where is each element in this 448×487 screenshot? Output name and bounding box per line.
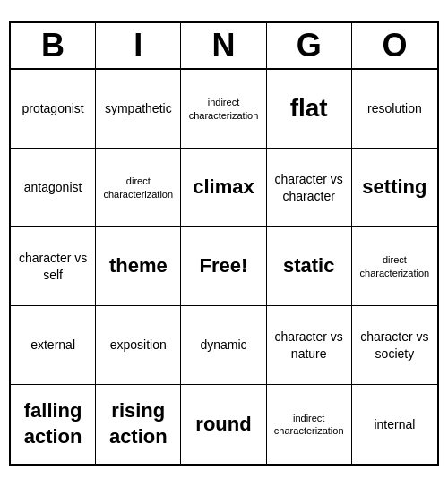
cell-text-21: rising action <box>99 398 177 449</box>
cell-text-15: external <box>30 337 75 353</box>
cell-text-11: theme <box>109 253 168 279</box>
bingo-cell-11: theme <box>96 227 181 306</box>
cell-text-24: internal <box>374 416 415 432</box>
bingo-cell-7: climax <box>181 149 266 227</box>
cell-text-18: character vs nature <box>271 329 348 361</box>
bingo-cell-14: direct characterization <box>352 227 437 306</box>
cell-text-7: climax <box>193 175 254 201</box>
bingo-cell-20: falling action <box>11 385 96 464</box>
cell-text-9: setting <box>362 175 426 201</box>
header-letter-o: O <box>352 23 437 68</box>
cell-text-22: round <box>195 412 251 438</box>
header-letter-b: B <box>11 23 96 68</box>
bingo-cell-9: setting <box>352 149 437 227</box>
bingo-cell-4: resolution <box>352 70 437 149</box>
bingo-cell-10: character vs self <box>11 227 96 306</box>
cell-text-8: character vs character <box>271 171 348 203</box>
cell-text-10: character vs self <box>14 250 91 282</box>
bingo-cell-8: character vs character <box>267 149 352 227</box>
header-letter-n: N <box>181 23 266 68</box>
bingo-cell-12: Free! <box>181 227 266 306</box>
bingo-cell-17: dynamic <box>181 306 266 385</box>
cell-text-14: direct characterization <box>356 253 434 279</box>
header-letter-i: I <box>96 23 181 68</box>
bingo-cell-15: external <box>11 306 96 385</box>
bingo-cell-22: round <box>181 385 266 464</box>
cell-text-19: character vs society <box>356 329 434 361</box>
header-letter-g: G <box>267 23 352 68</box>
cell-text-16: exposition <box>110 337 167 353</box>
cell-text-1: sympathetic <box>105 100 172 116</box>
bingo-cell-5: antagonist <box>11 149 96 227</box>
bingo-cell-23: indirect characterization <box>267 385 352 464</box>
cell-text-5: antagonist <box>24 179 82 195</box>
bingo-cell-0: protagonist <box>11 70 96 149</box>
bingo-grid: protagonistsympatheticindirect character… <box>11 70 437 464</box>
cell-text-0: protagonist <box>22 100 83 116</box>
bingo-cell-18: character vs nature <box>267 306 352 385</box>
bingo-cell-24: internal <box>352 385 437 464</box>
cell-text-23: indirect characterization <box>271 412 348 438</box>
bingo-cell-13: static <box>267 227 352 306</box>
bingo-cell-21: rising action <box>96 385 181 464</box>
cell-text-6: direct characterization <box>99 175 177 201</box>
bingo-card: BINGO protagonistsympatheticindirect cha… <box>9 21 439 466</box>
cell-text-20: falling action <box>14 398 91 449</box>
cell-text-3: flat <box>290 92 328 124</box>
bingo-cell-6: direct characterization <box>96 149 181 227</box>
bingo-header: BINGO <box>11 23 437 70</box>
bingo-cell-16: exposition <box>96 306 181 385</box>
bingo-cell-3: flat <box>267 70 352 149</box>
cell-text-4: resolution <box>367 100 422 116</box>
bingo-cell-2: indirect characterization <box>181 70 266 149</box>
bingo-cell-1: sympathetic <box>96 70 181 149</box>
cell-text-17: dynamic <box>200 337 246 353</box>
cell-text-12: Free! <box>200 253 248 279</box>
cell-text-2: indirect characterization <box>185 96 262 122</box>
cell-text-13: static <box>283 253 334 279</box>
bingo-cell-19: character vs society <box>352 306 437 385</box>
